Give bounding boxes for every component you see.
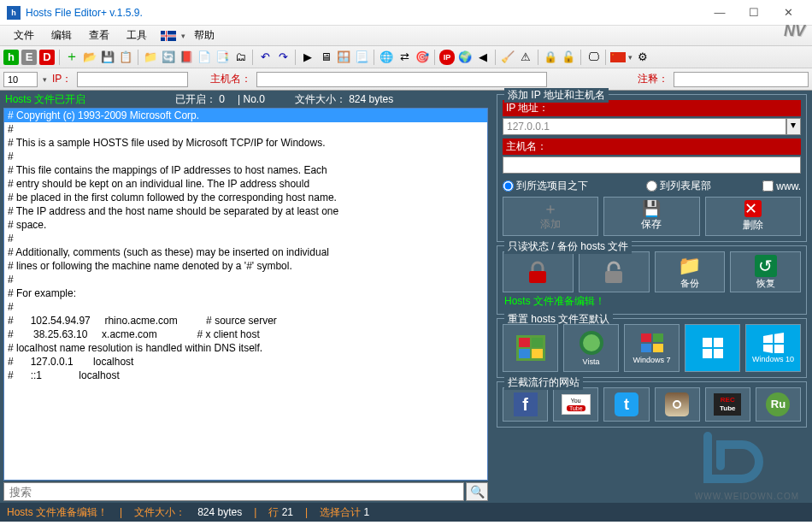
checkbox-www[interactable]: www. bbox=[762, 180, 801, 192]
group-block: 拦截流行的网站 f YouTube t RECTube Ru bbox=[497, 381, 807, 428]
minimize-button[interactable]: — bbox=[703, 1, 737, 25]
add-icon[interactable]: ＋ bbox=[64, 50, 79, 65]
unlock-icon[interactable]: 🔓 bbox=[561, 50, 576, 65]
youtube-button[interactable]: YouTube bbox=[553, 387, 598, 422]
os-xp-button[interactable] bbox=[503, 324, 558, 372]
btn-e[interactable]: E bbox=[21, 50, 37, 65]
twitter-icon: t bbox=[615, 392, 638, 416]
folder2-icon[interactable]: 🗂 bbox=[232, 50, 248, 65]
os-vista-button[interactable]: Vista bbox=[563, 324, 619, 372]
editor-line[interactable]: # 38.25.63.10 x.acme.com # x client host bbox=[4, 327, 487, 341]
search-input[interactable] bbox=[3, 482, 464, 501]
editor-line[interactable]: # 127.0.0.1 localhost bbox=[4, 355, 487, 369]
editor-line[interactable]: # be placed in the first column followed… bbox=[4, 191, 487, 204]
menu-view[interactable]: 查看 bbox=[80, 26, 118, 45]
broom-icon[interactable]: 🧹 bbox=[500, 50, 515, 65]
ip-dropdown-icon[interactable]: ▾ bbox=[786, 118, 801, 135]
refresh-icon[interactable]: 🔄 bbox=[161, 50, 176, 65]
undo-icon[interactable]: ↶ bbox=[257, 50, 273, 65]
radio-end[interactable]: 到列表尾部 bbox=[646, 179, 711, 193]
editor-line[interactable]: # 102.54.94.97 rhino.acme.com # source s… bbox=[4, 314, 487, 327]
menu-edit[interactable]: 编辑 bbox=[43, 26, 80, 45]
comment-input[interactable] bbox=[674, 72, 809, 87]
doc-icon[interactable]: 📄 bbox=[197, 50, 212, 65]
backup-button[interactable]: 📁备份 bbox=[655, 251, 726, 292]
add-button[interactable]: ＋添加 bbox=[503, 197, 598, 236]
folder-open-icon[interactable]: 📂 bbox=[82, 50, 97, 65]
editor-line[interactable]: # bbox=[4, 300, 487, 314]
menu-file[interactable]: 文件 bbox=[5, 26, 43, 45]
docs-icon[interactable]: 📑 bbox=[215, 50, 230, 65]
twitter-button[interactable]: t bbox=[603, 387, 649, 422]
lock-red-button[interactable] bbox=[503, 251, 574, 292]
ip-address-input[interactable] bbox=[503, 118, 786, 135]
page-icon[interactable]: 📃 bbox=[354, 50, 369, 65]
rectube-button[interactable]: RECTube bbox=[705, 387, 750, 422]
close-button[interactable]: ✕ bbox=[771, 1, 805, 25]
editor-line[interactable]: # bbox=[4, 122, 487, 136]
globe-icon[interactable]: 🌐 bbox=[379, 50, 394, 65]
monitor-icon[interactable]: 🖥 bbox=[318, 50, 333, 65]
ip-icon[interactable]: IP bbox=[439, 50, 455, 65]
instagram-button[interactable] bbox=[655, 387, 700, 422]
hostname-input[interactable] bbox=[503, 156, 801, 174]
flag-icon[interactable] bbox=[156, 31, 181, 41]
menu-help[interactable]: 帮助 bbox=[185, 26, 223, 45]
back-icon[interactable]: ◀ bbox=[475, 50, 491, 65]
restore-button[interactable]: ↺恢复 bbox=[730, 251, 801, 292]
radio-below[interactable]: 到所选项目之下 bbox=[503, 179, 588, 193]
search-button[interactable]: 🔍 bbox=[466, 482, 488, 501]
play-icon[interactable]: ▶ bbox=[300, 50, 315, 65]
count-input[interactable] bbox=[3, 72, 38, 87]
svg-rect-7 bbox=[529, 271, 546, 283]
window-icon[interactable]: 🪟 bbox=[336, 50, 351, 65]
app-icon: h bbox=[7, 6, 21, 20]
saveas-icon[interactable]: 📋 bbox=[118, 50, 133, 65]
footer-statusbar: Hosts 文件准备编辑！ | 文件大小： 824 bytes | 行 21 |… bbox=[0, 503, 812, 522]
facebook-button[interactable]: f bbox=[503, 387, 548, 422]
editor-line[interactable]: # space. bbox=[4, 218, 487, 232]
host-input[interactable] bbox=[256, 72, 547, 87]
save-icon[interactable]: 💾 bbox=[100, 50, 115, 65]
cn-flag-icon[interactable] bbox=[610, 50, 626, 65]
editor-line[interactable]: # This is a sample HOSTS file used by Mi… bbox=[4, 136, 487, 150]
ip-input[interactable] bbox=[77, 72, 188, 87]
os-win10-button[interactable]: Windows 10 bbox=[745, 324, 801, 372]
editor[interactable]: # Copyright (c) 1993-2009 Microsoft Corp… bbox=[3, 108, 488, 481]
screen-icon[interactable]: 🖵 bbox=[585, 50, 601, 65]
editor-line[interactable]: # localhost name resolution is handled w… bbox=[4, 341, 487, 355]
book-icon[interactable]: 📕 bbox=[179, 50, 194, 65]
rutube-button[interactable]: Ru bbox=[756, 387, 801, 422]
editor-line[interactable]: # bbox=[4, 232, 487, 245]
os-win8-button[interactable] bbox=[685, 324, 740, 372]
editor-line[interactable]: # For example: bbox=[4, 286, 487, 300]
status-top: Hosts 文件已开启 已开启： 0 | No.0 文件大小： 824 byte… bbox=[0, 91, 491, 108]
arrows-icon[interactable]: ⇄ bbox=[397, 50, 412, 65]
btn-d[interactable]: D bbox=[39, 50, 55, 65]
editor-line[interactable]: # Additionally, comments (such as these)… bbox=[4, 245, 487, 259]
editor-line[interactable]: # bbox=[4, 150, 487, 163]
editor-line[interactable]: # Copyright (c) 1993-2009 Microsoft Corp… bbox=[4, 109, 487, 122]
save-button[interactable]: 💾保存 bbox=[603, 197, 699, 236]
gear-icon[interactable]: ⚙ bbox=[635, 50, 650, 65]
editor-line[interactable]: # lines or following the machine name de… bbox=[4, 259, 487, 273]
opened-count: 已开启： 0 bbox=[175, 92, 225, 107]
target-icon[interactable]: 🎯 bbox=[415, 50, 430, 65]
redo-icon[interactable]: ↷ bbox=[275, 50, 291, 65]
lock-icon[interactable]: 🔒 bbox=[543, 50, 558, 65]
lock-gray-button[interactable] bbox=[579, 251, 650, 292]
editor-line[interactable]: # ::1 localhost bbox=[4, 369, 487, 382]
os-win7-button[interactable]: Windows 7 bbox=[624, 324, 680, 372]
editor-line[interactable]: # entry should be kept on an individual … bbox=[4, 177, 487, 191]
menu-tools[interactable]: 工具 bbox=[118, 26, 156, 45]
folder-icon[interactable]: 📁 bbox=[143, 50, 158, 65]
warn-icon[interactable]: ⚠ bbox=[518, 50, 533, 65]
editor-line[interactable]: # The IP address and the host name shoul… bbox=[4, 204, 487, 218]
editor-line[interactable]: # bbox=[4, 273, 487, 286]
globe2-icon[interactable]: 🌍 bbox=[457, 50, 473, 65]
delete-button[interactable]: ✕删除 bbox=[705, 197, 801, 236]
maximize-button[interactable]: ☐ bbox=[737, 1, 771, 25]
flag-dropdown-icon[interactable]: ▾ bbox=[628, 53, 633, 62]
btn-h[interactable]: h bbox=[3, 50, 19, 65]
editor-line[interactable]: # This file contains the mappings of IP … bbox=[4, 163, 487, 177]
